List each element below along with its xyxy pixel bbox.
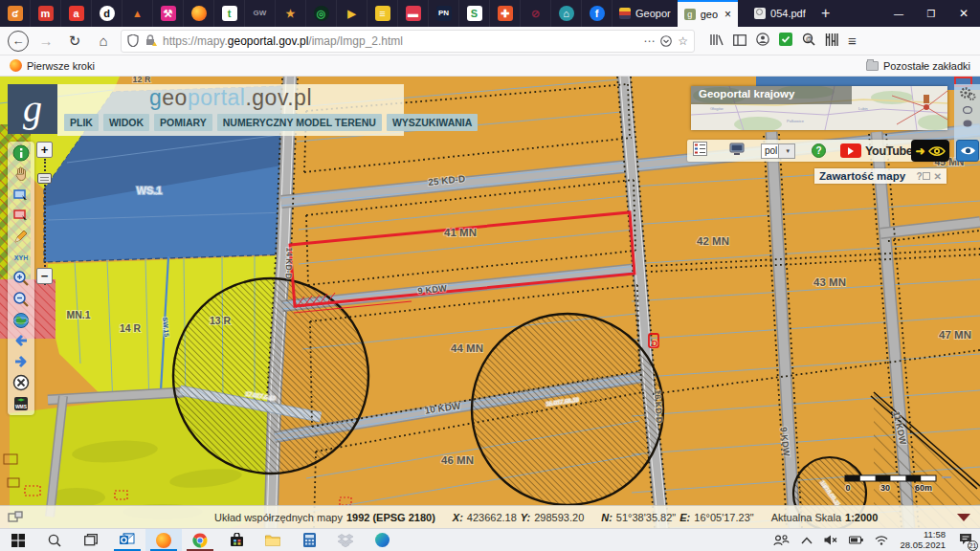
layer-visibility-button[interactable] [956,140,979,162]
visibility-toggle[interactable]: ➜ [911,140,949,162]
pinned-tab-red-m[interactable]: m [31,0,61,27]
deselect-rectangle-tool-icon[interactable] [11,206,31,225]
lock-warning-icon[interactable] [145,34,157,47]
pinned-tab-deezer[interactable]: d [92,0,122,27]
extension-checkbox-icon[interactable] [779,33,792,50]
small-tool-icon-2[interactable] [963,120,972,127]
new-tab-button[interactable]: + [813,0,839,27]
select-rectangle-tool-icon[interactable] [11,186,31,205]
help-button[interactable]: ? [812,143,826,158]
menu-hamburger-icon[interactable]: ≡ [848,33,857,49]
pinned-tab-magenta[interactable]: ⚒ [153,0,184,27]
taskbar-store[interactable] [218,529,255,551]
info-tool-icon[interactable] [11,143,31,163]
extension-search-icon[interactable]: @ [802,33,815,50]
zoom-out-tool-icon[interactable] [11,290,31,309]
wms-layers-tool-icon[interactable]: WMS [11,394,31,413]
pinned-tab-prohibited[interactable]: ⊘ [521,0,551,27]
taskbar-explorer[interactable] [255,529,291,551]
pinned-tab-firefox[interactable] [184,0,214,27]
taskbar-dropbox[interactable] [327,529,364,551]
pocket-icon[interactable] [660,35,672,47]
pinned-tab-orange-g[interactable]: ʛ [0,0,31,27]
clear-selection-tool-icon[interactable] [11,373,31,392]
window-minimize-button[interactable]: — [882,0,915,27]
pinned-tab-yellow-play[interactable]: ▶ [337,0,368,27]
taskbar-firefox[interactable] [145,529,182,551]
menu-pomiary[interactable]: POMIARY [154,114,212,131]
sidebar-icon[interactable] [733,33,746,50]
pinned-tab-facebook[interactable]: f [582,0,612,27]
pinned-tab-dark-circle[interactable]: ◎ [306,0,337,27]
pinned-tab-yellow-lines[interactable]: ≡ [368,0,398,27]
home-button[interactable]: ⌂ [92,30,115,53]
pinned-tab-orange-plus[interactable]: ✚ [490,0,521,27]
globe-full-extent-tool-icon[interactable] [11,311,31,330]
wms-monitor-icon[interactable] [729,143,745,160]
tab-geoportal-map-active[interactable]: g geo × [678,0,738,27]
taskbar-clock[interactable]: 11:58 28.05.2021 [900,530,946,551]
next-view-tool-icon[interactable] [11,352,31,371]
back-button[interactable]: ← [8,31,29,52]
url-bar[interactable]: https://mapy.geoportal.gov.pl/imap/Imgp_… [121,30,695,53]
task-view-button[interactable] [73,529,109,551]
bookmark-pierwsze-kroki[interactable]: Pierwsze kroki [10,59,95,72]
people-icon[interactable] [773,535,790,546]
zoom-in-tool-icon[interactable] [11,269,31,288]
window-restore-button[interactable]: ❒ [915,0,947,27]
zoom-slider-handle[interactable] [37,173,52,184]
pinned-tab-orange-house[interactable]: ▲ [122,0,153,27]
tracking-shield-icon[interactable] [127,34,139,47]
pinned-tab-teal-home[interactable]: ⌂ [551,0,582,27]
map-contents-panel-header[interactable]: Zawartość mapy ? ✕ [814,168,947,184]
language-select[interactable]: pol▼ [761,143,795,159]
taskbar-calculator[interactable] [291,529,327,551]
panel-restore-icon[interactable] [923,172,930,180]
zoom-in-button[interactable]: + [36,142,53,158]
pinned-tab-red-swoosh[interactable]: a [61,0,92,27]
tab2-close-icon[interactable]: × [724,8,731,21]
wifi-icon[interactable] [875,536,888,545]
pan-hand-tool-icon[interactable] [11,165,31,184]
menu-plik[interactable]: PLIK [64,114,99,131]
youtube-link[interactable]: YouTube [840,143,913,158]
volume-muted-icon[interactable] [824,535,837,545]
geoportal-logo[interactable]: g [8,84,57,134]
coordinates-icon[interactable] [8,511,23,523]
zoom-out-button[interactable]: − [36,268,53,284]
menu-numeryczny-model-terenu[interactable]: NUMERYCZNY MODEL TERENU [217,114,382,131]
tab-geoportal-1[interactable]: Geopor [612,0,678,27]
battery-icon[interactable] [849,536,863,544]
pinned-tab-red-bar[interactable]: ▬ [398,0,429,27]
legend-icon[interactable] [693,142,707,160]
draw-pencil-tool-icon[interactable] [11,227,31,246]
previous-view-tool-icon[interactable] [11,331,31,350]
menu-wyszukiwania[interactable]: WYSZUKIWANIA [387,114,478,131]
pinned-tab-orange-star[interactable]: ★ [276,0,306,27]
taskbar-edge[interactable] [364,529,400,551]
library-icon[interactable] [710,33,724,50]
tab-054-pdf[interactable]: 054.pdf [747,0,813,27]
pinned-tab-green-s[interactable]: S [459,0,490,27]
taskbar-outlook[interactable] [109,529,145,551]
account-icon[interactable] [756,33,769,50]
taskbar-chrome[interactable] [182,529,218,551]
statusbar-collapse-icon[interactable] [957,514,970,521]
gears-icon[interactable] [959,87,976,100]
taskbar-search-button[interactable] [36,529,73,551]
zoom-slider[interactable]: + − [36,142,54,285]
page-actions-icon[interactable]: ⋯ [643,34,655,48]
window-close-button[interactable]: ✕ [947,0,980,27]
forward-button[interactable]: → [34,30,57,53]
reload-button[interactable]: ↻ [63,30,86,53]
extension-bars-icon[interactable] [825,33,838,50]
panel-close-icon[interactable]: ✕ [934,171,942,182]
small-tool-icon[interactable] [963,106,972,114]
pinned-tab-green-t[interactable]: t [214,0,245,27]
map-viewport[interactable]: 12 R40 MN25 KD-D41 MN42 MN43 MN44 MN45 M… [0,77,980,528]
overview-minimap[interactable]: GłogówPolkowiceLubin Geoportal krajowy [691,86,947,130]
pinned-tab-gw[interactable]: GW [245,0,276,27]
bookmark-star-icon[interactable]: ☆ [678,34,688,48]
pinned-tab-pn[interactable]: PN [429,0,459,27]
other-bookmarks[interactable]: Pozostałe zakładki [866,60,970,72]
